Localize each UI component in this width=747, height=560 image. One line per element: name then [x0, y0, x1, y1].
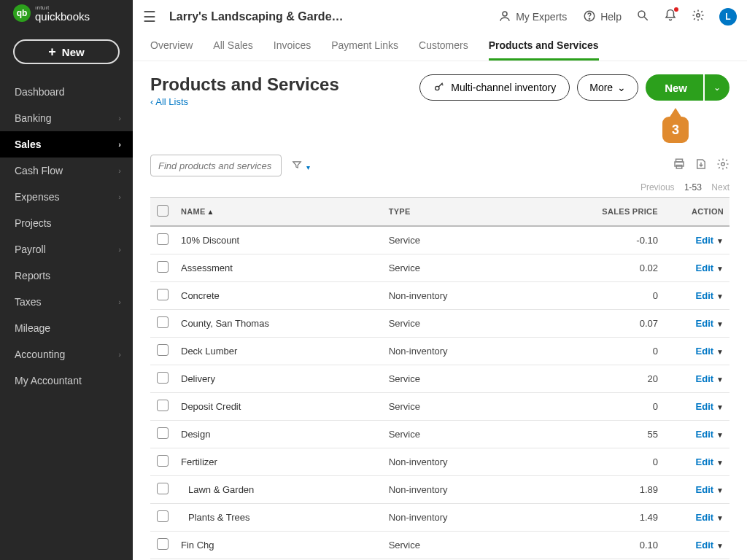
- cell-name[interactable]: Design: [175, 421, 383, 448]
- action-dropdown-icon[interactable]: ▼: [716, 542, 724, 550]
- tab-invoices[interactable]: Invoices: [274, 39, 311, 61]
- row-checkbox[interactable]: [157, 261, 169, 273]
- edit-link[interactable]: Edit: [696, 262, 714, 273]
- cell-name[interactable]: Lawn & Garden: [175, 476, 383, 504]
- cell-name[interactable]: Deck Lumber: [175, 338, 383, 365]
- row-checkbox[interactable]: [157, 427, 169, 439]
- search-icon[interactable]: [636, 9, 649, 26]
- sidebar-item-expenses[interactable]: Expenses›: [0, 184, 133, 210]
- cell-name[interactable]: Concrete: [175, 282, 383, 310]
- new-button-dropdown[interactable]: ⌄: [705, 74, 729, 101]
- row-checkbox[interactable]: [157, 344, 169, 356]
- cell-name[interactable]: Plants & Trees: [175, 504, 383, 532]
- edit-link[interactable]: Edit: [696, 290, 714, 301]
- col-name[interactable]: NAME▲: [175, 198, 383, 227]
- tab-customers[interactable]: Customers: [419, 39, 468, 61]
- table-row: FertilizerNon-inventory0Edit▼: [150, 448, 729, 476]
- cell-price: 0: [527, 393, 664, 421]
- row-checkbox[interactable]: [157, 316, 169, 328]
- action-dropdown-icon[interactable]: ▼: [716, 459, 724, 467]
- action-dropdown-icon[interactable]: ▼: [716, 237, 724, 245]
- logo-icon: qb: [13, 4, 31, 22]
- avatar[interactable]: L: [719, 8, 737, 26]
- action-dropdown-icon[interactable]: ▼: [716, 292, 724, 300]
- company-name[interactable]: Larry's Landscaping & Garde…: [169, 10, 344, 23]
- cell-name[interactable]: Fin Chg: [175, 532, 383, 559]
- sidebar-item-dashboard[interactable]: Dashboard: [0, 79, 133, 105]
- sidebar-item-payroll[interactable]: Payroll›: [0, 236, 133, 262]
- sidebar: qb ıntuıt quickbooks + New DashboardBank…: [0, 0, 133, 560]
- multi-channel-button[interactable]: Multi-channel inventory: [419, 74, 570, 101]
- new-button[interactable]: New: [646, 74, 703, 101]
- sidebar-item-sales[interactable]: Sales›: [0, 131, 133, 158]
- sidebar-item-taxes[interactable]: Taxes›: [0, 289, 133, 315]
- action-dropdown-icon[interactable]: ▼: [716, 431, 724, 439]
- row-checkbox[interactable]: [157, 538, 169, 550]
- row-checkbox[interactable]: [157, 400, 169, 411]
- row-checkbox[interactable]: [157, 483, 169, 494]
- edit-link[interactable]: Edit: [696, 235, 714, 246]
- sidebar-item-cash-flow[interactable]: Cash Flow›: [0, 158, 133, 184]
- search-input[interactable]: [150, 155, 282, 176]
- action-dropdown-icon[interactable]: ▼: [716, 265, 724, 273]
- edit-link[interactable]: Edit: [696, 484, 714, 495]
- edit-link[interactable]: Edit: [696, 456, 714, 467]
- sidebar-item-reports[interactable]: Reports: [0, 262, 133, 289]
- pager-previous[interactable]: Previous: [640, 182, 675, 192]
- cell-name[interactable]: 10% Discount: [175, 226, 383, 254]
- select-all-checkbox[interactable]: [157, 205, 169, 217]
- edit-link[interactable]: Edit: [696, 373, 714, 384]
- sidebar-item-banking[interactable]: Banking›: [0, 105, 133, 131]
- help-link[interactable]: Help: [583, 9, 622, 25]
- action-dropdown-icon[interactable]: ▼: [716, 376, 724, 384]
- tab-overview[interactable]: Overview: [150, 39, 193, 61]
- row-checkbox[interactable]: [157, 455, 169, 467]
- action-dropdown-icon[interactable]: ▼: [716, 403, 724, 411]
- action-dropdown-icon[interactable]: ▼: [716, 348, 724, 356]
- cell-name[interactable]: Delivery: [175, 365, 383, 393]
- col-price[interactable]: SALES PRICE: [527, 198, 664, 227]
- cell-name[interactable]: County, San Thomas: [175, 310, 383, 338]
- print-icon[interactable]: [673, 158, 686, 174]
- breadcrumb[interactable]: All Lists: [150, 96, 188, 107]
- row-checkbox[interactable]: [157, 372, 169, 384]
- my-experts-link[interactable]: My Experts: [498, 9, 567, 25]
- tab-products-and-services[interactable]: Products and Services: [489, 39, 599, 61]
- filter-icon[interactable]: [292, 160, 310, 172]
- edit-link[interactable]: Edit: [696, 346, 714, 357]
- table-gear-icon[interactable]: [716, 158, 729, 174]
- edit-link[interactable]: Edit: [696, 512, 714, 523]
- action-dropdown-icon[interactable]: ▼: [716, 320, 724, 328]
- products-table: NAME▲ TYPE SALES PRICE ACTION 10% Discou…: [150, 197, 729, 560]
- table-row: ConcreteNon-inventory0Edit▼: [150, 282, 729, 310]
- sidebar-item-accounting[interactable]: Accounting›: [0, 341, 133, 368]
- sidebar-item-label: Sales: [15, 139, 42, 150]
- edit-link[interactable]: Edit: [696, 318, 714, 329]
- cell-name[interactable]: Fertilizer: [175, 448, 383, 476]
- action-dropdown-icon[interactable]: ▼: [716, 514, 724, 522]
- logo[interactable]: qb ıntuıt quickbooks: [0, 0, 133, 26]
- sidebar-item-my-accountant[interactable]: My Accountant: [0, 368, 133, 394]
- sidebar-item-mileage[interactable]: Mileage: [0, 315, 133, 341]
- edit-link[interactable]: Edit: [696, 429, 714, 440]
- cell-name[interactable]: Deposit Credit: [175, 393, 383, 421]
- gear-icon[interactable]: [692, 9, 705, 26]
- pager-next[interactable]: Next: [711, 182, 729, 192]
- tab-payment-links[interactable]: Payment Links: [331, 39, 398, 61]
- col-action: ACTION: [664, 198, 729, 227]
- bell-icon[interactable]: [664, 9, 677, 26]
- cell-name[interactable]: Assessment: [175, 254, 383, 282]
- col-type[interactable]: TYPE: [383, 198, 527, 227]
- action-dropdown-icon[interactable]: ▼: [716, 486, 724, 494]
- row-checkbox[interactable]: [157, 510, 169, 522]
- export-icon[interactable]: [694, 158, 708, 174]
- edit-link[interactable]: Edit: [696, 401, 714, 412]
- hamburger-icon[interactable]: ☰: [143, 8, 156, 26]
- more-button[interactable]: More ⌄: [577, 74, 638, 101]
- tab-all-sales[interactable]: All Sales: [213, 39, 252, 61]
- sidebar-item-projects[interactable]: Projects: [0, 210, 133, 236]
- row-checkbox[interactable]: [157, 289, 169, 300]
- sidebar-new-button[interactable]: + New: [13, 39, 120, 64]
- row-checkbox[interactable]: [157, 233, 169, 245]
- edit-link[interactable]: Edit: [696, 540, 714, 551]
